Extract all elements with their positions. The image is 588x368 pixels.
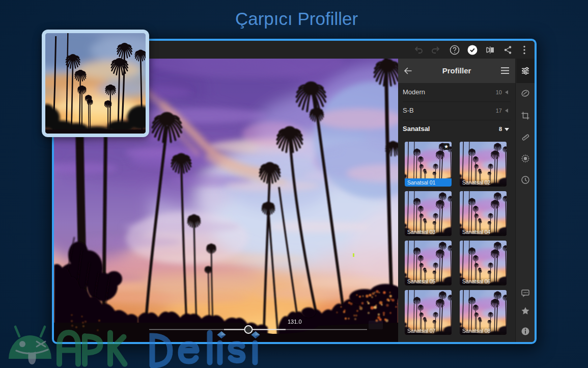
svg-text:131.0: 131.0: [288, 319, 302, 325]
